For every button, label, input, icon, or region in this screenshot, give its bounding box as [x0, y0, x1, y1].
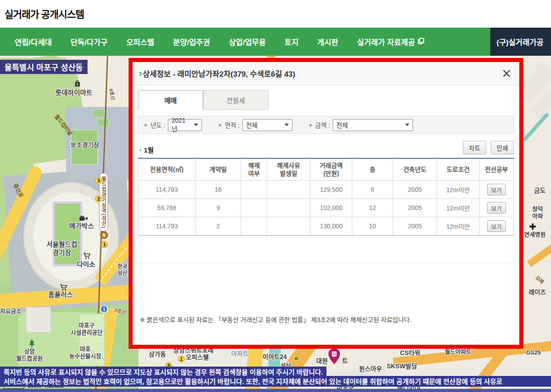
- table-cell: [241, 181, 267, 199]
- poi-mapo-market: 마포 농수산물시장: [69, 346, 101, 360]
- table-header-cell: 해제사유 발생일: [267, 158, 310, 181]
- table-header-cell: 전산공부: [479, 158, 513, 181]
- poi-tollgate: 차요금소: [0, 308, 21, 315]
- price-filter-label: 금액 :: [315, 120, 330, 129]
- tab-bar: 매매전월세: [138, 90, 514, 110]
- nav-item[interactable]: 오피스텔: [117, 36, 164, 47]
- poi-rays: 레이즈: [529, 289, 546, 297]
- line6-badge: 6: [100, 231, 108, 239]
- tree-icon: [29, 339, 35, 348]
- table-header-cell: 도로조건: [437, 158, 479, 181]
- tab-sale[interactable]: 매매: [138, 90, 203, 110]
- chevron-down-icon: [284, 124, 289, 126]
- table-cell: 보기: [479, 199, 513, 217]
- soccer-pitch: [93, 109, 104, 117]
- tab-rent[interactable]: 전월세: [203, 90, 268, 110]
- road-orange-right: [527, 237, 551, 267]
- poi-hanguk-seongsan: 한국 성산: [117, 264, 127, 277]
- view-button[interactable]: 보기: [487, 220, 506, 232]
- table-cell: 102,000: [310, 199, 352, 217]
- exit-2-badge: 2: [95, 195, 102, 202]
- road-1-badge: 1: [100, 305, 108, 313]
- nav-item[interactable]: 상업/업무용: [219, 36, 275, 47]
- table-header-cell: 해제 여부: [241, 158, 267, 181]
- modal-body: 매매전월세 년도 :2021년면적 :전체금액 :전체 1월 차트 인쇄 전용면…: [133, 85, 519, 324]
- poi-daewon: 대원: [316, 357, 328, 365]
- pin-icon: [328, 349, 340, 364]
- price-filter-group: 금액 :전체: [309, 119, 413, 131]
- road-more: 모레: [534, 275, 545, 285]
- area-filter[interactable]: 전체: [242, 119, 292, 131]
- table-cell: 10: [352, 217, 393, 235]
- table-cell: [267, 199, 310, 217]
- poi-world-apart: 월드아파트: [445, 348, 472, 355]
- view-button[interactable]: 보기: [487, 202, 506, 214]
- poi-geumdo: 금도: [534, 187, 546, 195]
- table-cell: 114,793: [138, 217, 196, 235]
- poi-cs-tower: CS타워: [400, 349, 420, 357]
- poi-changdeok: 창덕 아파: [532, 206, 543, 220]
- nav-item[interactable]: 단독/다가구: [61, 36, 117, 47]
- river: [522, 113, 549, 142]
- nav-item[interactable]: 분양/입주권: [163, 36, 219, 47]
- rail-line6-top: 6호선: [108, 88, 116, 101]
- exit-1-badge: 1: [101, 241, 108, 248]
- poi-worldcup-park: 상암 월드컵공원: [16, 348, 43, 363]
- app-logo[interactable]: 실거래가 공개시스템: [4, 6, 84, 21]
- poi-bojo-stadium: 보조경기장: [71, 141, 99, 149]
- poi-megabox: 메가박스: [69, 222, 94, 231]
- chart-button[interactable]: 차트: [463, 141, 486, 154]
- table-cell: [241, 217, 267, 235]
- table-cell: 8: [352, 181, 393, 199]
- poi-yonsei-hospital: 연세병원: [524, 231, 546, 238]
- table-header-row: 전용면적(㎡)계약일해제 여부해제사유 발생일거래금액 (만원)층건축년도도로조…: [138, 158, 514, 181]
- table-cell: 114,793: [138, 181, 196, 199]
- poi-daewon-2: 트: [342, 357, 348, 365]
- table-header-cell: 전용면적(㎡): [138, 158, 196, 181]
- year-filter-label: 년도 :: [150, 120, 166, 129]
- table-cell: [267, 181, 310, 199]
- view-button[interactable]: 보기: [487, 184, 506, 195]
- table-header-cell: 계약일: [195, 158, 241, 181]
- nav-item[interactable]: 게시판: [308, 36, 348, 47]
- exit-3-badge: 3: [95, 177, 102, 184]
- price-filter[interactable]: 전체: [333, 119, 413, 131]
- ic-badge: IC: [292, 355, 301, 362]
- chevron-right-icon: ›: [139, 68, 142, 79]
- poi-homeplus: 홈플러스: [48, 291, 73, 299]
- poi-sanggadong: 상가동: [149, 351, 166, 359]
- modal-header: › 상세정보 - 래미안남가좌2차(379, 수색로6길 43) ×: [133, 62, 519, 85]
- cart-icon: [83, 252, 91, 259]
- area-filter-value: 전체: [246, 120, 258, 129]
- filter-bar: 년도 :2021년면적 :전체금액 :전체: [138, 116, 514, 134]
- transactions-table: 전용면적(㎡)계약일해제 여부해제사유 발생일거래금액 (만원)층건축년도도로조…: [138, 158, 514, 236]
- cart-icon: [60, 284, 67, 291]
- triangle-marker-icon: [309, 123, 313, 127]
- top-header: 실거래가 공개시스템: [0, 0, 551, 28]
- nav-item[interactable]: 토지: [275, 36, 308, 47]
- shopping-bag-icon: [74, 80, 81, 87]
- year-filter-group: 년도 :2021년: [145, 119, 202, 131]
- notice-line-3: [0, 389, 551, 392]
- poi-gs25: GS25: [526, 349, 541, 356]
- year-filter[interactable]: 2021년: [168, 119, 202, 131]
- facility-building: [26, 307, 51, 333]
- poi-worldcup-stadium: 서울월드컵 경기장: [46, 240, 77, 257]
- month-row: 1월 차트 인쇄: [138, 141, 514, 154]
- poi-sksw: SKSW빌딩: [387, 363, 417, 371]
- table-cell: 12m미만: [437, 199, 479, 217]
- poi-emart24: 이마트24: [263, 353, 287, 361]
- nav-item[interactable]: 연립/다세대: [5, 36, 61, 47]
- table-cell: 12m미만: [437, 181, 479, 199]
- close-icon[interactable]: ×: [502, 64, 511, 83]
- table-header-cell: 층: [352, 158, 393, 181]
- table-row: 59,7889102,00012200512m미만보기: [138, 199, 514, 217]
- nav-item[interactable]: 실거래가 자료제공: [348, 36, 433, 47]
- area-filter-label: 면적 :: [225, 120, 240, 129]
- divider: [138, 263, 514, 263]
- print-button[interactable]: 인쇄: [491, 141, 514, 154]
- poi-daiso: 다이소: [77, 260, 95, 269]
- poi-apart: 아파트: [231, 350, 249, 358]
- footnote: ※ 붉은색으로 표시된 자료는 「부동산 거래신고 등에 관한 법률」 제3조2…: [138, 315, 514, 324]
- nav-item-old-system[interactable]: (구)실거래가공: [490, 28, 551, 56]
